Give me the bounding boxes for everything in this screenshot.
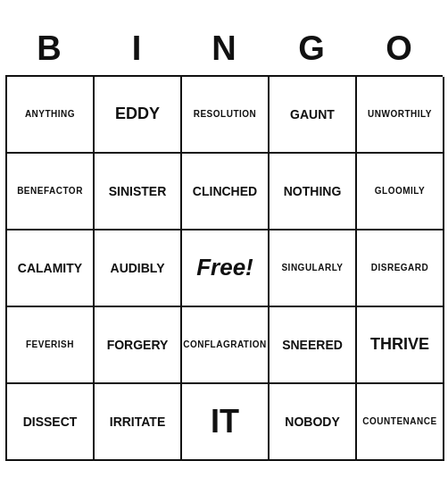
bingo-cell: SINISTER (95, 154, 182, 230)
bingo-card: BINGO ANYTHINGEDDYRESOLUTIONGAUNTUNWORTH… (5, 26, 443, 461)
bingo-cell: CALAMITY (7, 230, 95, 307)
cell-text: COUNTENANCE (362, 416, 436, 426)
cell-text: CONFLAGRATION (183, 339, 267, 349)
cell-text: IRRITATE (110, 415, 165, 429)
cell-text: CLINCHED (193, 184, 257, 198)
cell-text: Free! (196, 254, 253, 281)
bingo-grid: ANYTHINGEDDYRESOLUTIONGAUNTUNWORTHILYBEN… (5, 75, 443, 461)
cell-text: NOBODY (285, 415, 339, 429)
cell-text: GLOOMILY (375, 186, 425, 196)
cell-text: BENEFACTOR (17, 186, 83, 196)
bingo-cell: BENEFACTOR (7, 154, 95, 230)
cell-text: DISREGARD (371, 263, 429, 272)
bingo-cell: DISREGARD (357, 230, 444, 307)
cell-text: ANYTHING (25, 109, 75, 119)
cell-text: IT (211, 403, 239, 440)
bingo-cell: UNWORTHILY (357, 77, 444, 154)
bingo-cell: DISSECT (7, 384, 95, 461)
cell-text: SNEERED (282, 338, 343, 352)
bingo-cell: AUDIBLY (95, 230, 182, 307)
bingo-cell: THRIVE (357, 307, 444, 384)
bingo-cell: ANYTHING (7, 77, 95, 154)
bingo-header-letter: N (185, 29, 263, 68)
bingo-cell: NOBODY (270, 384, 357, 461)
cell-text: GAUNT (290, 107, 335, 122)
bingo-cell: FEVERISH (7, 307, 95, 384)
cell-text: THRIVE (370, 335, 429, 354)
bingo-cell: IRRITATE (95, 384, 182, 461)
cell-text: UNWORTHILY (368, 109, 432, 119)
bingo-cell: GAUNT (270, 77, 357, 154)
bingo-cell: CLINCHED (182, 154, 270, 230)
cell-text: EDDY (115, 105, 160, 123)
bingo-cell: RESOLUTION (182, 77, 270, 154)
cell-text: SINISTER (109, 184, 167, 198)
cell-text: FEVERISH (26, 339, 74, 349)
cell-text: FORGERY (107, 338, 169, 352)
bingo-cell: NOTHING (270, 154, 357, 230)
cell-text: NOTHING (284, 184, 342, 198)
bingo-header-letter: B (10, 29, 88, 68)
bingo-cell: FORGERY (95, 307, 182, 384)
bingo-cell: CONFLAGRATION (182, 307, 270, 384)
bingo-header: BINGO (5, 26, 443, 75)
cell-text: SINGULARLY (281, 263, 343, 272)
bingo-header-letter: G (272, 29, 351, 68)
bingo-header-letter: O (360, 29, 438, 68)
bingo-cell: SNEERED (270, 307, 357, 384)
bingo-cell: IT (182, 384, 270, 461)
cell-text: AUDIBLY (111, 261, 165, 275)
bingo-cell: COUNTENANCE (357, 384, 444, 461)
bingo-header-letter: I (97, 29, 176, 68)
cell-text: CALAMITY (18, 261, 82, 275)
bingo-cell: GLOOMILY (357, 154, 444, 230)
cell-text: RESOLUTION (194, 109, 257, 119)
bingo-cell: SINGULARLY (270, 230, 357, 307)
bingo-cell: EDDY (95, 77, 182, 154)
bingo-cell: Free! (182, 230, 270, 307)
cell-text: DISSECT (23, 415, 78, 429)
